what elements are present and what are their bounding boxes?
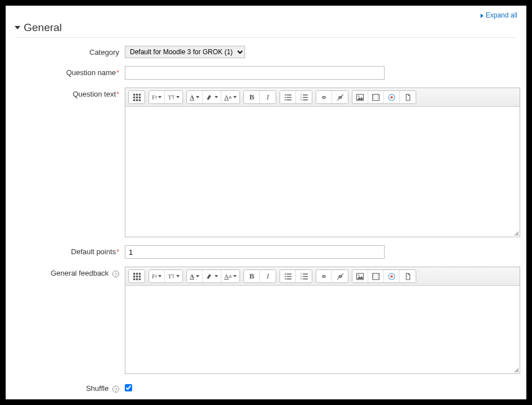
svg-rect-28 [378,95,378,95]
svg-point-42 [285,273,286,275]
svg-rect-51 [303,276,308,277]
expand-all-link[interactable]: Expand all [15,11,517,19]
help-icon[interactable]: ? [112,386,119,393]
caret-down-icon [176,96,180,98]
media-button[interactable] [368,91,384,103]
svg-rect-0 [133,94,135,95]
svg-rect-43 [287,273,292,275]
caret-down-icon [158,275,162,277]
bold-button[interactable]: B [244,270,260,282]
svg-rect-29 [378,97,378,97]
svg-rect-35 [138,273,140,275]
resize-handle[interactable] [513,230,518,236]
link-icon [320,94,328,101]
toolbar-toggle-button[interactable] [129,91,145,103]
resize-handle[interactable] [513,367,518,372]
link-icon [320,273,328,280]
expand-all-label: Expand all [486,11,517,19]
svg-line-54 [337,273,343,280]
svg-line-21 [337,94,343,101]
font-color-button[interactable]: A [187,91,203,103]
required-icon: * [116,90,119,98]
general-feedback-area[interactable] [125,286,520,373]
label-default-points: Default points* [15,245,125,256]
svg-rect-60 [373,277,374,278]
svg-rect-18 [303,97,308,98]
svg-rect-34 [136,273,137,275]
unlink-button[interactable] [332,91,348,103]
highlight-button[interactable] [203,91,221,103]
font-family-button[interactable]: Ff [149,270,165,282]
svg-rect-5 [138,96,140,98]
caret-down-icon [158,96,162,98]
font-size-button[interactable]: TT [165,91,182,103]
media-button[interactable] [368,270,384,282]
svg-rect-3 [133,96,135,98]
ordered-list-button[interactable]: 123 [296,91,312,103]
svg-point-11 [285,97,286,98]
grid-icon [133,273,141,280]
unordered-list-button[interactable] [280,91,296,103]
clear-format-button[interactable]: AA [221,91,239,103]
grid-icon [133,94,141,101]
shuffle-checkbox[interactable] [125,384,132,391]
svg-rect-62 [378,276,378,276]
clear-format-button[interactable]: AA [221,270,239,282]
italic-button[interactable]: I [260,91,276,103]
font-size-button[interactable]: TT [165,270,182,282]
link-button[interactable] [316,91,332,103]
font-family-button[interactable]: Ff [149,91,165,103]
label-shuffle: Shuffle ? [15,382,125,393]
svg-rect-39 [133,278,135,280]
required-icon: * [116,69,119,77]
link-button[interactable] [316,270,332,282]
svg-rect-41 [138,278,140,280]
highlight-button[interactable] [203,270,221,282]
svg-rect-27 [373,98,374,99]
svg-rect-63 [378,277,378,278]
list-ul-icon [284,94,291,101]
image-button[interactable] [352,91,368,103]
svg-rect-36 [133,275,135,277]
label-question-text: Question text* [15,88,125,98]
default-points-input[interactable] [125,245,385,259]
caret-down-icon [215,275,218,277]
italic-button[interactable]: I [260,270,276,282]
caret-down-icon [176,275,180,277]
image-button[interactable] [352,270,368,282]
svg-rect-7 [136,99,137,101]
svg-rect-12 [287,97,292,98]
question-text-area[interactable] [125,107,520,237]
svg-rect-58 [373,274,374,275]
section-title: General [24,21,62,34]
record-button[interactable] [384,270,400,282]
category-select[interactable]: Default for Moodle 3 for GROK (1) [125,46,245,58]
svg-point-13 [285,99,286,100]
image-icon [356,94,364,101]
svg-rect-38 [138,275,140,277]
section-general-toggle[interactable]: General [15,19,517,38]
label-question-name: Question name* [15,66,125,77]
question-name-input[interactable] [125,66,385,80]
svg-text:3: 3 [300,277,302,280]
files-button[interactable] [400,270,416,282]
toolbar-toggle-button[interactable] [129,270,145,282]
bold-button[interactable]: B [244,91,260,103]
svg-rect-25 [373,95,374,95]
record-button[interactable] [384,91,400,103]
svg-point-23 [359,95,360,97]
caret-down-icon [196,96,199,98]
font-color-button[interactable]: A [187,270,203,282]
unlink-button[interactable] [332,270,348,282]
svg-rect-4 [136,96,137,98]
unordered-list-button[interactable] [280,270,296,282]
svg-rect-1 [136,94,137,95]
files-button[interactable] [400,91,416,103]
svg-rect-47 [287,278,292,280]
highlight-icon [206,94,213,101]
general-feedback-editor: Ff TT A AA B I [125,267,520,374]
svg-rect-61 [378,274,378,275]
svg-text:3: 3 [300,98,302,101]
ordered-list-button[interactable]: 123 [296,270,312,282]
help-icon[interactable]: ? [112,271,119,277]
